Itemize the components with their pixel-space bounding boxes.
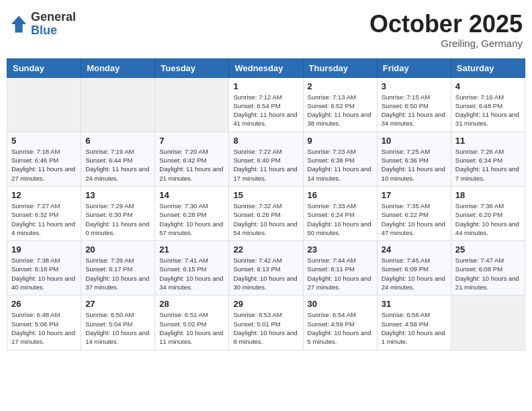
day-number: 14 xyxy=(159,190,224,200)
day-number: 5 xyxy=(11,136,77,146)
calendar-cell: 28Sunrise: 6:51 AM Sunset: 5:02 PM Dayli… xyxy=(155,295,229,350)
day-info: Sunrise: 6:56 AM Sunset: 4:58 PM Dayligh… xyxy=(382,310,447,346)
weekday-header-sunday: Sunday xyxy=(7,58,81,77)
day-number: 2 xyxy=(308,81,373,91)
calendar-cell: 11Sunrise: 7:26 AM Sunset: 6:34 PM Dayli… xyxy=(451,132,525,186)
calendar-cell: 4Sunrise: 7:16 AM Sunset: 6:48 PM Daylig… xyxy=(451,77,525,132)
day-info: Sunrise: 7:47 AM Sunset: 6:08 PM Dayligh… xyxy=(455,256,521,291)
day-number: 18 xyxy=(455,190,521,200)
calendar-cell: 27Sunrise: 6:50 AM Sunset: 5:04 PM Dayli… xyxy=(81,295,155,350)
calendar-cell: 31Sunrise: 6:56 AM Sunset: 4:58 PM Dayli… xyxy=(377,295,451,350)
weekday-header-friday: Friday xyxy=(377,58,451,77)
day-number: 26 xyxy=(11,299,77,309)
calendar-cell: 25Sunrise: 7:47 AM Sunset: 6:08 PM Dayli… xyxy=(451,241,525,295)
calendar-cell: 17Sunrise: 7:35 AM Sunset: 6:22 PM Dayli… xyxy=(377,186,451,240)
title-section: October 2025 Greiling, Germany xyxy=(369,11,523,49)
day-number: 7 xyxy=(159,136,224,146)
month-title: October 2025 xyxy=(369,11,523,38)
day-info: Sunrise: 6:53 AM Sunset: 5:01 PM Dayligh… xyxy=(233,310,298,346)
weekday-header-wednesday: Wednesday xyxy=(229,58,303,77)
day-info: Sunrise: 7:36 AM Sunset: 6:20 PM Dayligh… xyxy=(455,201,521,237)
page-header: General Blue October 2025 Greiling, Germ… xyxy=(7,7,525,53)
day-number: 28 xyxy=(159,299,224,309)
calendar-cell: 2Sunrise: 7:13 AM Sunset: 6:52 PM Daylig… xyxy=(303,77,377,132)
logo-blue-text: Blue xyxy=(31,24,76,38)
day-number: 11 xyxy=(455,136,521,146)
calendar-cell: 9Sunrise: 7:23 AM Sunset: 6:38 PM Daylig… xyxy=(303,132,377,186)
calendar-week-row: 19Sunrise: 7:38 AM Sunset: 6:18 PM Dayli… xyxy=(7,241,525,295)
weekday-header-row: SundayMondayTuesdayWednesdayThursdayFrid… xyxy=(7,58,525,77)
calendar-week-row: 5Sunrise: 7:18 AM Sunset: 6:46 PM Daylig… xyxy=(7,132,525,186)
day-info: Sunrise: 7:42 AM Sunset: 6:13 PM Dayligh… xyxy=(233,256,298,291)
day-info: Sunrise: 7:35 AM Sunset: 6:22 PM Dayligh… xyxy=(382,201,447,237)
day-info: Sunrise: 7:45 AM Sunset: 6:09 PM Dayligh… xyxy=(382,256,447,291)
day-number: 29 xyxy=(233,299,298,309)
day-number: 9 xyxy=(308,136,373,146)
calendar-cell: 15Sunrise: 7:32 AM Sunset: 6:26 PM Dayli… xyxy=(229,186,303,240)
calendar-cell: 13Sunrise: 7:29 AM Sunset: 6:30 PM Dayli… xyxy=(81,186,155,240)
day-info: Sunrise: 7:25 AM Sunset: 6:36 PM Dayligh… xyxy=(382,147,447,183)
day-info: Sunrise: 7:29 AM Sunset: 6:30 PM Dayligh… xyxy=(85,201,150,237)
calendar-cell: 29Sunrise: 6:53 AM Sunset: 5:01 PM Dayli… xyxy=(229,295,303,350)
day-number: 13 xyxy=(85,190,150,200)
logo-icon xyxy=(9,15,28,34)
weekday-header-monday: Monday xyxy=(81,58,155,77)
calendar-cell xyxy=(81,77,155,132)
calendar-cell: 1Sunrise: 7:12 AM Sunset: 6:54 PM Daylig… xyxy=(229,77,303,132)
day-info: Sunrise: 7:26 AM Sunset: 6:34 PM Dayligh… xyxy=(455,147,521,183)
day-info: Sunrise: 7:39 AM Sunset: 6:17 PM Dayligh… xyxy=(85,256,150,291)
day-number: 12 xyxy=(11,190,77,200)
day-info: Sunrise: 7:27 AM Sunset: 6:32 PM Dayligh… xyxy=(11,201,77,237)
day-number: 10 xyxy=(382,136,447,146)
day-info: Sunrise: 7:22 AM Sunset: 6:40 PM Dayligh… xyxy=(233,147,298,183)
logo: General Blue xyxy=(9,11,76,38)
calendar-cell: 20Sunrise: 7:39 AM Sunset: 6:17 PM Dayli… xyxy=(81,241,155,295)
calendar-cell: 24Sunrise: 7:45 AM Sunset: 6:09 PM Dayli… xyxy=(377,241,451,295)
day-info: Sunrise: 7:13 AM Sunset: 6:52 PM Dayligh… xyxy=(308,93,373,128)
calendar-cell: 7Sunrise: 7:20 AM Sunset: 6:42 PM Daylig… xyxy=(155,132,229,186)
weekday-header-tuesday: Tuesday xyxy=(155,58,229,77)
day-info: Sunrise: 6:51 AM Sunset: 5:02 PM Dayligh… xyxy=(159,310,224,346)
day-info: Sunrise: 7:19 AM Sunset: 6:44 PM Dayligh… xyxy=(85,147,150,183)
logo-general-text: General xyxy=(31,11,76,24)
day-number: 22 xyxy=(233,244,298,255)
day-info: Sunrise: 7:30 AM Sunset: 6:28 PM Dayligh… xyxy=(159,201,224,237)
calendar-cell: 6Sunrise: 7:19 AM Sunset: 6:44 PM Daylig… xyxy=(81,132,155,186)
logo-text: General Blue xyxy=(31,11,76,38)
day-info: Sunrise: 7:12 AM Sunset: 6:54 PM Dayligh… xyxy=(233,93,298,128)
calendar-week-row: 1Sunrise: 7:12 AM Sunset: 6:54 PM Daylig… xyxy=(7,77,525,132)
day-info: Sunrise: 7:23 AM Sunset: 6:38 PM Dayligh… xyxy=(308,147,373,183)
calendar-cell xyxy=(451,295,525,350)
day-number: 25 xyxy=(455,244,521,255)
day-info: Sunrise: 7:44 AM Sunset: 6:11 PM Dayligh… xyxy=(308,256,373,291)
day-number: 31 xyxy=(382,299,447,309)
day-info: Sunrise: 7:32 AM Sunset: 6:26 PM Dayligh… xyxy=(233,201,298,237)
calendar-cell: 30Sunrise: 6:54 AM Sunset: 4:59 PM Dayli… xyxy=(303,295,377,350)
day-info: Sunrise: 7:38 AM Sunset: 6:18 PM Dayligh… xyxy=(11,256,77,291)
calendar-table: SundayMondayTuesdayWednesdayThursdayFrid… xyxy=(7,58,525,351)
calendar-cell: 16Sunrise: 7:33 AM Sunset: 6:24 PM Dayli… xyxy=(303,186,377,240)
day-number: 30 xyxy=(308,299,373,309)
calendar-week-row: 12Sunrise: 7:27 AM Sunset: 6:32 PM Dayli… xyxy=(7,186,525,240)
calendar-cell: 5Sunrise: 7:18 AM Sunset: 6:46 PM Daylig… xyxy=(7,132,81,186)
calendar-cell xyxy=(7,77,81,132)
calendar-cell: 19Sunrise: 7:38 AM Sunset: 6:18 PM Dayli… xyxy=(7,241,81,295)
day-number: 27 xyxy=(85,299,150,309)
calendar-cell: 10Sunrise: 7:25 AM Sunset: 6:36 PM Dayli… xyxy=(377,132,451,186)
day-info: Sunrise: 7:20 AM Sunset: 6:42 PM Dayligh… xyxy=(159,147,224,183)
day-number: 15 xyxy=(233,190,298,200)
calendar-cell: 12Sunrise: 7:27 AM Sunset: 6:32 PM Dayli… xyxy=(7,186,81,240)
weekday-header-thursday: Thursday xyxy=(303,58,377,77)
day-number: 1 xyxy=(233,81,298,91)
day-number: 19 xyxy=(11,244,77,255)
day-info: Sunrise: 7:16 AM Sunset: 6:48 PM Dayligh… xyxy=(455,93,521,128)
day-info: Sunrise: 6:50 AM Sunset: 5:04 PM Dayligh… xyxy=(85,310,150,346)
calendar-cell: 26Sunrise: 6:48 AM Sunset: 5:06 PM Dayli… xyxy=(7,295,81,350)
day-info: Sunrise: 7:18 AM Sunset: 6:46 PM Dayligh… xyxy=(11,147,77,183)
calendar-cell: 14Sunrise: 7:30 AM Sunset: 6:28 PM Dayli… xyxy=(155,186,229,240)
svg-marker-0 xyxy=(11,15,26,32)
calendar-cell: 21Sunrise: 7:41 AM Sunset: 6:15 PM Dayli… xyxy=(155,241,229,295)
day-number: 17 xyxy=(382,190,447,200)
day-number: 3 xyxy=(382,81,447,91)
calendar-cell: 3Sunrise: 7:15 AM Sunset: 6:50 PM Daylig… xyxy=(377,77,451,132)
